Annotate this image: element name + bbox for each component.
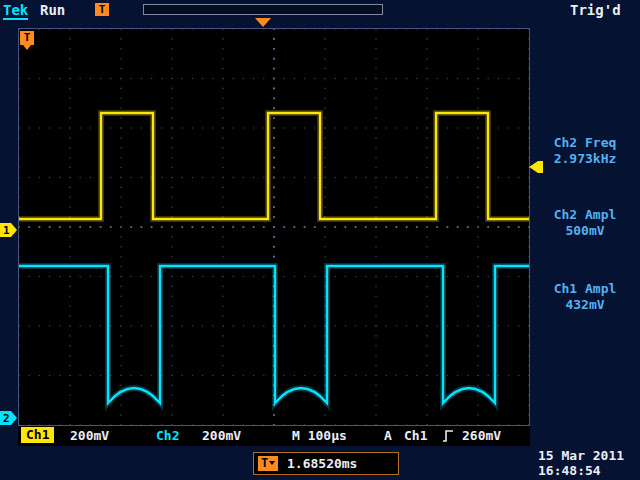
grid-dot xyxy=(28,226,30,228)
grid-dot xyxy=(161,127,163,129)
grid-dot xyxy=(426,385,428,387)
grid-dot xyxy=(171,147,173,149)
grid-dot xyxy=(273,414,275,416)
trigger-position-arrow-icon xyxy=(255,18,271,27)
grid-dot xyxy=(283,177,285,179)
grid-dot xyxy=(69,385,71,387)
grid-dot xyxy=(120,58,122,60)
grid-dot xyxy=(416,127,418,129)
grid-dot xyxy=(49,276,51,278)
grid-dot xyxy=(222,286,224,288)
grid-dot xyxy=(375,315,377,317)
grid-dot xyxy=(334,226,336,228)
waveform-display xyxy=(19,29,529,425)
grid-dot xyxy=(171,296,173,298)
grid-dot xyxy=(151,78,153,80)
grid-dot xyxy=(487,226,489,228)
grid-dot xyxy=(120,167,122,169)
measurement-label: Ch2 Freq xyxy=(530,135,640,151)
grid-dot xyxy=(171,68,173,70)
grid-dot xyxy=(294,375,296,377)
grid-dot xyxy=(426,177,428,179)
grid-dot xyxy=(120,29,122,30)
grid-dot xyxy=(69,355,71,357)
grid-dot xyxy=(120,137,122,139)
grid-dot xyxy=(59,78,61,80)
grid-dot xyxy=(222,375,224,377)
grid-dot xyxy=(375,246,377,248)
grid-dot xyxy=(222,305,224,307)
measurement-label: Ch1 Ampl xyxy=(530,281,640,297)
grid-dot xyxy=(385,127,387,129)
grid-dot xyxy=(528,385,529,387)
grid-dot xyxy=(375,197,377,199)
grid-dot xyxy=(79,325,81,327)
grid-dot xyxy=(518,424,520,425)
grid-dot xyxy=(416,325,418,327)
grid-dot xyxy=(324,88,326,90)
grid-dot xyxy=(120,147,122,149)
grid-dot xyxy=(324,38,326,40)
grid-dot xyxy=(222,335,224,337)
grid-dot xyxy=(253,127,255,129)
grid-dot xyxy=(477,177,479,179)
trigger-level-readout: 260mV xyxy=(462,428,501,443)
grid-dot xyxy=(192,375,194,377)
grid-dot xyxy=(141,177,143,179)
grid-dot xyxy=(69,88,71,90)
grid-dot xyxy=(426,38,428,40)
grid-dot xyxy=(467,127,469,129)
grid-dot xyxy=(79,424,81,425)
grid-dot xyxy=(222,157,224,159)
grid-dot xyxy=(171,48,173,50)
grid-dot xyxy=(19,147,20,149)
grid-dot xyxy=(477,236,479,238)
grid-dot xyxy=(130,127,132,129)
grid-dot xyxy=(375,187,377,189)
grid-dot xyxy=(375,385,377,387)
grid-dot xyxy=(477,167,479,169)
grid-dot xyxy=(120,404,122,406)
grid-dot xyxy=(69,286,71,288)
grid-dot xyxy=(385,29,387,30)
grid-dot xyxy=(19,385,20,387)
grid-dot xyxy=(508,276,510,278)
grid-dot xyxy=(19,296,20,298)
grid-dot xyxy=(19,187,20,189)
grid-dot xyxy=(426,48,428,50)
grid-dot xyxy=(19,286,20,288)
grid-dot xyxy=(69,58,71,60)
grid-dot xyxy=(212,375,214,377)
grid-dot xyxy=(181,78,183,80)
grid-dot xyxy=(477,266,479,268)
grid-dot xyxy=(457,276,459,278)
grid-dot xyxy=(120,197,122,199)
grid-dot xyxy=(416,226,418,228)
grid-dot xyxy=(375,88,377,90)
grid-dot xyxy=(69,375,71,377)
grid-dot xyxy=(375,206,377,208)
grid-dot xyxy=(294,424,296,425)
trigger-source: Ch1 xyxy=(404,428,427,443)
grid-dot xyxy=(19,197,20,199)
grid-dot xyxy=(192,325,194,327)
grid-dot xyxy=(477,157,479,159)
grid-dot xyxy=(49,424,51,425)
grid-dot xyxy=(202,226,204,228)
grid-dot xyxy=(426,187,428,189)
grid-dot xyxy=(508,78,510,80)
grid-dot xyxy=(222,137,224,139)
grid-dot xyxy=(192,276,194,278)
grid-dot xyxy=(120,305,122,307)
grid-dot xyxy=(171,355,173,357)
grid-dot xyxy=(222,226,224,228)
grid-dot xyxy=(181,424,183,425)
grid-dot xyxy=(212,226,214,228)
grid-dot xyxy=(528,296,529,298)
grid-dot xyxy=(120,88,122,90)
grid-dot xyxy=(294,177,296,179)
grid-dot xyxy=(222,117,224,119)
grid-dot xyxy=(498,177,500,179)
grid-dot xyxy=(385,78,387,80)
grid-dot xyxy=(406,424,408,425)
